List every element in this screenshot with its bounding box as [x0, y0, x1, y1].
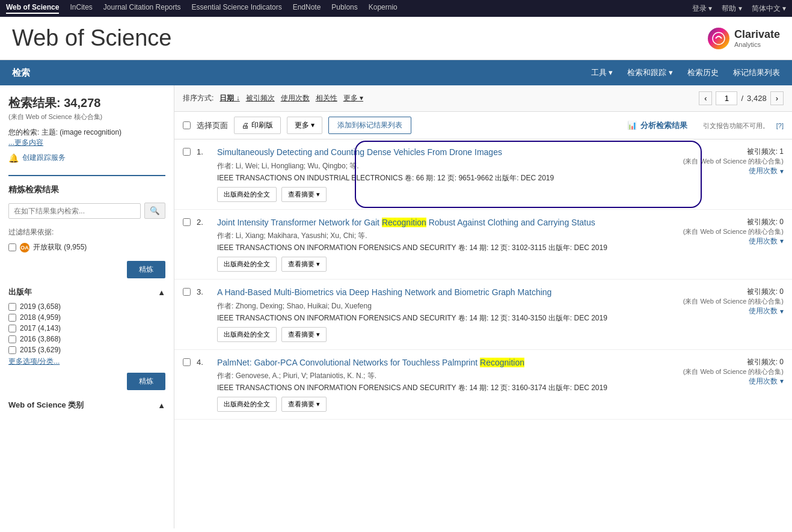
create-alert-button[interactable]: 🔔 创建跟踪服务 — [8, 153, 165, 163]
nav-incites[interactable]: InCites — [70, 3, 92, 14]
nav-kopernio[interactable]: Kopernio — [369, 3, 398, 14]
paper-1-checkbox[interactable] — [183, 148, 191, 156]
paper-1-buttons: 出版商处的全文 查看摘要 ▾ — [217, 187, 677, 202]
login-button[interactable]: 登录 ▾ — [692, 4, 712, 14]
paper-2-title[interactable]: Joint Intensity Transformer Network for … — [217, 217, 677, 229]
paper-1-fulltext-button[interactable]: 出版商处的全文 — [217, 187, 277, 202]
year-2019-checkbox[interactable] — [8, 303, 16, 311]
language-selector[interactable]: 简体中文 ▾ — [752, 4, 786, 14]
paper-4-checkbox[interactable] — [183, 358, 191, 366]
open-access-checkbox[interactable] — [8, 243, 16, 251]
citation-help[interactable]: [?] — [776, 122, 784, 129]
year-filter-section[interactable]: 出版年 ▲ — [8, 287, 165, 298]
category-collapse-icon: ▲ — [158, 401, 165, 410]
sort-date[interactable]: 日期 ↓ — [219, 93, 239, 103]
more-button[interactable]: 更多 ▾ — [287, 117, 322, 134]
paper-3-number: 3. — [197, 287, 211, 342]
paper-2-fulltext-button[interactable]: 出版商处的全文 — [217, 257, 277, 272]
paper-4-fulltext-button[interactable]: 出版商处的全文 — [217, 397, 277, 412]
tools-menu[interactable]: 工具 ▾ — [591, 67, 613, 78]
year-list: 2019 (3,658) 2018 (4,959) 2017 (4,143) 2… — [8, 302, 165, 354]
paper-2-abstract-button[interactable]: 查看摘要 ▾ — [281, 257, 327, 272]
year-2017: 2017 (4,143) — [8, 324, 165, 332]
main-container: 检索结果: 34,278 (来自 Web of Science 核心合集) 您的… — [0, 85, 792, 528]
sort-label: 排序方式: — [183, 93, 213, 103]
refine-button-2[interactable]: 精炼 — [127, 373, 165, 390]
paper-3-usage[interactable]: 使用次数 ▾ — [683, 306, 784, 316]
paper-3-checkbox[interactable] — [183, 288, 191, 296]
refine-search-input[interactable] — [8, 203, 141, 219]
more-query-link[interactable]: ...更多内容 — [8, 138, 43, 147]
year-2015-checkbox[interactable] — [8, 346, 16, 354]
paper-item-1: 1. Simultaneously Detecting and Counting… — [174, 139, 792, 210]
analyze-button[interactable]: 📊 分析检索结果 — [627, 120, 687, 131]
year-2016-checkbox[interactable] — [8, 335, 16, 343]
results-toolbar: 排序方式: 日期 ↓ 被引频次 使用次数 相关性 更多 ▾ ‹ / 3,428 … — [174, 85, 792, 112]
sort-relevance[interactable]: 相关性 — [316, 93, 337, 103]
year-2019: 2019 (3,658) — [8, 302, 165, 311]
search-history-link[interactable]: 检索历史 — [687, 67, 719, 78]
paper-1-title[interactable]: Simultaneously Detecting and Counting De… — [217, 147, 677, 159]
sort-more[interactable]: 更多 ▾ — [343, 93, 363, 103]
search-icon: 🔍 — [150, 206, 160, 215]
nav-endnote[interactable]: EndNote — [293, 3, 321, 14]
nav-essential-science[interactable]: Essential Science Indicators — [192, 3, 282, 14]
next-page-button[interactable]: › — [770, 91, 784, 105]
paper-2-checkbox-area — [183, 217, 191, 272]
clarivate-brand: Clarivate Analytics — [734, 28, 780, 48]
add-marked-button[interactable]: 添加到标记结果列表 — [328, 117, 411, 134]
paper-1-usage[interactable]: 使用次数 ▾ — [683, 166, 784, 176]
year-2017-checkbox[interactable] — [8, 325, 16, 332]
paper-2-buttons: 出版商处的全文 查看摘要 ▾ — [217, 257, 677, 272]
paper-2-journal: IEEE TRANSACTIONS ON INFORMATION FORENSI… — [217, 243, 677, 253]
paper-2-checkbox[interactable] — [183, 218, 191, 226]
category-section[interactable]: Web of Science 类别 ▲ — [8, 400, 165, 411]
paper-4-abstract-button[interactable]: 查看摘要 ▾ — [281, 397, 327, 412]
paper-3-title[interactable]: A Hand-Based Multi-Biometrics via Deep H… — [217, 287, 677, 299]
year-2018-checkbox[interactable] — [8, 314, 16, 322]
sec-nav-right: 工具 ▾ 检索和跟踪 ▾ 检索历史 标记结果列表 — [591, 67, 780, 78]
sort-usage[interactable]: 使用次数 — [281, 93, 310, 103]
paper-4-usage[interactable]: 使用次数 ▾ — [683, 376, 784, 387]
help-button[interactable]: 帮助 ▾ — [722, 4, 741, 14]
nav-journal-citation[interactable]: Journal Citation Reports — [103, 3, 181, 14]
chevron-down-icon: ▾ — [780, 167, 784, 176]
print-button[interactable]: 🖨 印刷版 — [234, 117, 281, 134]
filter-section: 过滤结果依据: OA 开放获取 (9,955) — [8, 227, 165, 252]
paper-4-highlight: Recognition — [480, 358, 524, 367]
paper-3-cited: 被引频次: 0 — [683, 287, 784, 297]
clarivate-logo: Clarivate Analytics — [708, 28, 780, 49]
paper-1-meta: 被引频次: 1 (来自 Web of Science 的核心合集) 使用次数 ▾ — [683, 147, 784, 202]
paper-2-cited-source: (来自 Web of Science 的核心合集) — [683, 227, 784, 236]
year-2018: 2018 (4,959) — [8, 313, 165, 322]
paper-3-meta: 被引频次: 0 (来自 Web of Science 的核心合集) 使用次数 ▾ — [683, 287, 784, 342]
prev-page-button[interactable]: ‹ — [699, 91, 712, 105]
nav-web-of-science[interactable]: Web of Science — [6, 3, 59, 14]
paper-1-journal: IEEE TRANSACTIONS ON INDUSTRIAL ELECTRON… — [217, 173, 677, 183]
sort-cited[interactable]: 被引频次 — [246, 93, 275, 103]
paper-4-authors: 作者: Genovese, A.; Piuri, V; Plataniotis,… — [217, 371, 677, 381]
paper-item-3: 3. A Hand-Based Multi-Biometrics via Dee… — [174, 280, 792, 350]
paper-2-highlight: Recognition — [382, 218, 426, 227]
refine-button[interactable]: 精炼 — [127, 261, 165, 278]
paper-2-authors: 作者: Li, Xiang; Makihara, Yasushi; Xu, Ch… — [217, 231, 677, 241]
search-tab[interactable]: 检索 — [12, 67, 30, 79]
paper-3-abstract-button[interactable]: 查看摘要 ▾ — [281, 327, 327, 342]
paper-3-fulltext-button[interactable]: 出版商处的全文 — [217, 327, 277, 342]
search-query: 您的检索: 主题: (image recognition) ...更多内容 — [8, 127, 165, 148]
more-options-link[interactable]: 更多选项/分类... — [8, 356, 165, 367]
top-nav-actions: 登录 ▾ 帮助 ▾ 简体中文 ▾ — [692, 4, 786, 14]
paper-1-abstract-button[interactable]: 查看摘要 ▾ — [281, 187, 327, 202]
results-count: 检索结果: 34,278 — [8, 95, 165, 111]
nav-publons[interactable]: Publons — [331, 3, 357, 14]
refine-search-button[interactable]: 🔍 — [144, 203, 165, 219]
paper-4-title[interactable]: PalmNet: Gabor-PCA Convolutional Network… — [217, 357, 677, 369]
open-access-filter: OA 开放获取 (9,955) — [8, 242, 165, 252]
search-track-menu[interactable]: 检索和跟踪 ▾ — [627, 67, 673, 78]
select-all-checkbox[interactable] — [183, 121, 191, 129]
chevron-down-icon-2: ▾ — [780, 237, 784, 245]
marked-results-link[interactable]: 标记结果列表 — [733, 67, 780, 78]
page-input[interactable] — [716, 91, 737, 105]
paper-4-number: 4. — [197, 357, 211, 412]
paper-2-usage[interactable]: 使用次数 ▾ — [683, 236, 784, 246]
